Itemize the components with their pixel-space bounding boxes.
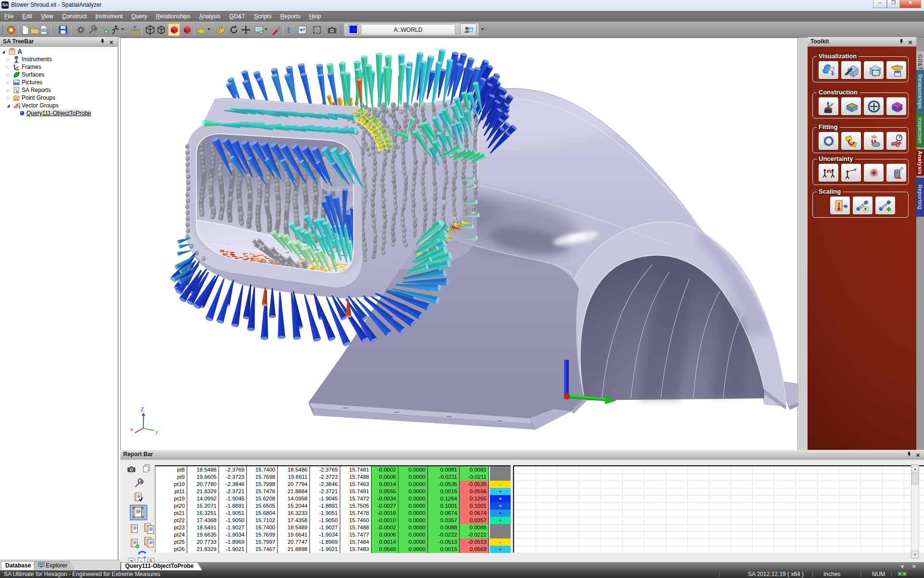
svg-text:y: y <box>155 429 158 434</box>
svg-text:+: + <box>823 142 826 147</box>
svg-text:Z: Z <box>141 407 144 412</box>
svg-text:+: + <box>832 141 834 146</box>
svg-text:x: x <box>130 426 133 432</box>
svg-text:+: + <box>831 134 834 139</box>
svg-text:+: + <box>822 134 825 140</box>
